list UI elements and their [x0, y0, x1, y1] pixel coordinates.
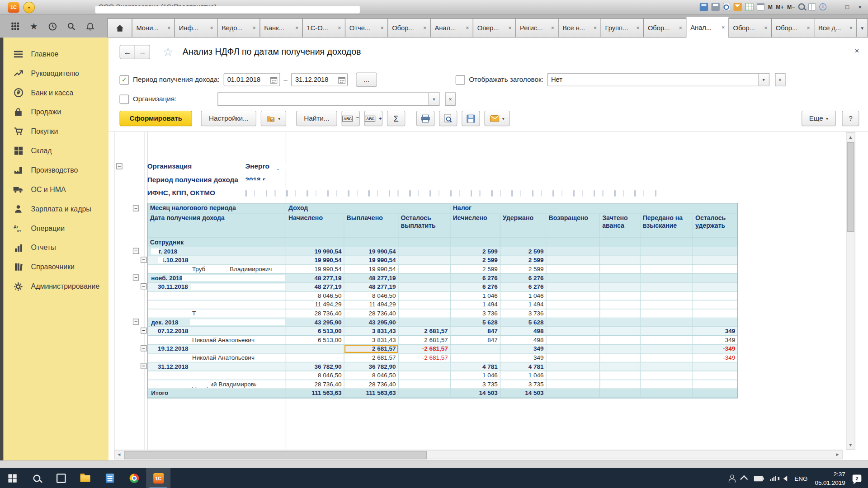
tab-9[interactable]: Регис...× — [515, 18, 558, 38]
table-cell[interactable] — [399, 362, 451, 371]
row-label-cell[interactable]: нояб. 2018 — [148, 274, 286, 283]
find-button[interactable]: Найти... — [296, 111, 337, 126]
collapse-groups-button[interactable]: АВС= — [342, 111, 360, 126]
tab-0[interactable]: Мони...× — [132, 18, 175, 38]
tab-11[interactable]: Групп...× — [601, 18, 643, 38]
table-cell[interactable]: 11 494,29 — [286, 300, 344, 310]
table-cell[interactable] — [641, 283, 693, 292]
calendar-icon[interactable] — [268, 74, 279, 86]
table-cell[interactable]: 43 295,90 — [286, 318, 344, 327]
table-cell[interactable] — [693, 300, 737, 310]
group-collapse-icon[interactable] — [141, 345, 146, 351]
minimize-button[interactable]: − — [830, 2, 840, 11]
scrollbar-thumb[interactable] — [847, 142, 854, 232]
table-cell[interactable] — [399, 256, 451, 265]
scrollbar-thumb[interactable] — [124, 451, 427, 459]
page-close-icon[interactable]: × — [854, 46, 859, 55]
table-cell[interactable]: 8 046,50 — [344, 291, 399, 300]
table-cell[interactable] — [641, 371, 693, 380]
1c-app-icon[interactable]: 1С — [146, 468, 170, 488]
table-cell[interactable]: 2 599 — [500, 256, 547, 265]
table-cell[interactable] — [547, 283, 600, 292]
table-cell[interactable] — [451, 345, 500, 354]
hidden-icons-chevron[interactable] — [740, 475, 748, 483]
history-icon[interactable] — [47, 21, 57, 31]
table-icon[interactable] — [745, 3, 754, 11]
tab-close-icon[interactable]: × — [210, 25, 213, 31]
table-cell[interactable]: 2 599 — [451, 247, 500, 256]
table-cell[interactable]: 6 276 — [500, 274, 547, 283]
table-cell[interactable]: 2 599 — [500, 265, 547, 274]
table-cell[interactable]: 6 276 — [451, 274, 500, 283]
chrome-icon[interactable] — [122, 468, 146, 488]
table-cell[interactable]: 36 782,90 — [286, 362, 344, 371]
table-cell[interactable] — [547, 291, 600, 300]
zoom-icon[interactable] — [798, 3, 805, 10]
language-indicator[interactable]: ENG — [794, 475, 807, 482]
table-cell[interactable]: 8 046,50 — [344, 371, 399, 380]
tab-close-icon[interactable]: × — [679, 25, 682, 31]
table-cell[interactable] — [286, 345, 344, 354]
tab-1[interactable]: Инф...× — [175, 18, 217, 38]
memory-m-plus-button[interactable]: M+ — [776, 4, 783, 9]
settings-button[interactable]: Настройки... — [201, 111, 256, 126]
column-header[interactable]: Сотрудник — [148, 238, 286, 248]
sidebar-item-2[interactable]: ₽Банк и касса — [3, 83, 108, 103]
table-cell[interactable] — [641, 353, 693, 362]
vertical-scrollbar[interactable]: ▲ ▼ — [846, 132, 855, 450]
info-icon[interactable]: i — [819, 3, 826, 10]
table-cell[interactable]: 11 494,29 — [344, 300, 399, 310]
table-cell[interactable] — [547, 309, 600, 318]
table-cell[interactable]: 1 046 — [451, 371, 500, 380]
close-button[interactable]: × — [855, 2, 865, 11]
row-label-cell[interactable]: Итого — [148, 389, 286, 398]
table-cell[interactable]: 4 781 — [500, 362, 547, 371]
tab-close-icon[interactable]: × — [338, 25, 341, 31]
row-label-cell[interactable]: Т — [148, 309, 286, 318]
apps-grid-icon[interactable] — [10, 21, 20, 31]
save-icon[interactable] — [700, 3, 708, 11]
row-label-cell[interactable]: Николай Анатольевич — [148, 336, 286, 345]
sidebar-item-8[interactable]: Зарплата и кадры — [3, 199, 108, 219]
tab-6[interactable]: Обор...× — [387, 18, 430, 38]
table-cell[interactable] — [641, 247, 693, 256]
table-cell[interactable] — [547, 380, 600, 389]
start-button[interactable] — [0, 468, 24, 488]
table-cell[interactable] — [600, 309, 640, 318]
tab-10[interactable]: Все н...× — [558, 18, 601, 38]
table-cell[interactable] — [547, 345, 600, 354]
tab-close-icon[interactable]: × — [381, 25, 384, 31]
table-cell[interactable] — [641, 380, 693, 389]
table-cell[interactable]: 3 831,43 — [344, 336, 399, 345]
sidebar-item-9[interactable]: ДтКтОперации — [3, 219, 108, 238]
table-cell[interactable]: 48 277,19 — [286, 283, 344, 292]
combo-clear-icon[interactable]: × — [445, 92, 455, 105]
table-cell[interactable] — [547, 247, 600, 256]
tab-15[interactable]: Обор...× — [771, 18, 814, 38]
table-cell[interactable]: 8 046,50 — [286, 291, 344, 300]
table-cell[interactable]: 349 — [693, 327, 737, 336]
sidebar-item-5[interactable]: Склад — [3, 141, 108, 160]
volume-icon[interactable] — [783, 475, 788, 481]
generate-button[interactable]: Сформировать — [119, 111, 192, 126]
row-label-cell[interactable]: дек. 2018 — [148, 318, 286, 327]
memory-m-button[interactable]: M — [768, 4, 773, 9]
table-cell[interactable] — [399, 389, 451, 398]
row-label-cell[interactable]: ТрубВладимирович — [148, 265, 286, 274]
table-cell[interactable] — [693, 309, 737, 318]
table-cell[interactable] — [693, 265, 737, 274]
main-menu-button[interactable]: ▾ — [23, 1, 35, 13]
table-cell[interactable]: 8 046,50 — [286, 371, 344, 380]
tab-close-icon[interactable]: × — [466, 25, 469, 31]
table-cell[interactable] — [600, 371, 640, 380]
organization-checkbox[interactable] — [119, 94, 129, 104]
table-cell[interactable] — [600, 318, 640, 327]
table-cell[interactable] — [600, 247, 640, 256]
table-cell[interactable]: -349 — [693, 345, 737, 354]
period-more-button[interactable]: ... — [356, 72, 377, 87]
battery-icon[interactable] — [754, 475, 763, 481]
group-collapse-icon[interactable] — [133, 205, 139, 211]
nav-back-button[interactable]: ← — [119, 45, 135, 59]
table-cell[interactable]: 19 990,54 — [286, 256, 344, 265]
table-cell[interactable] — [547, 336, 600, 345]
